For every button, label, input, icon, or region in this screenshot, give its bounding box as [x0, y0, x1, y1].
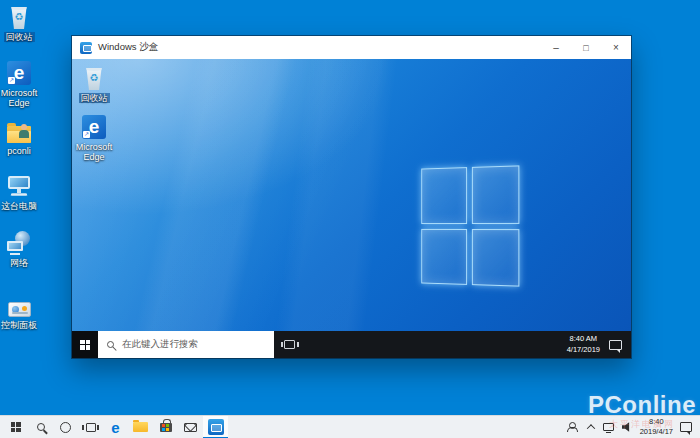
- sandbox-start-button[interactable]: [72, 331, 98, 358]
- cortana-button[interactable]: [53, 416, 78, 438]
- desktop-icon-user-folder[interactable]: pconli: [0, 117, 47, 156]
- minimize-button[interactable]: –: [541, 36, 571, 59]
- control-panel-icon: [8, 302, 31, 317]
- action-center-button[interactable]: [677, 416, 695, 438]
- action-center-icon[interactable]: [609, 340, 622, 350]
- sandbox-app-icon: [80, 42, 92, 54]
- recycle-bin-icon: [85, 68, 103, 90]
- icon-label: pconli: [0, 146, 47, 156]
- desktop-icon-edge[interactable]: ↗ Microsoft Edge: [0, 59, 47, 109]
- this-pc-icon: [7, 174, 31, 198]
- edge-icon: ↗: [82, 115, 106, 139]
- sandbox-search-box[interactable]: 在此键入进行搜索: [98, 331, 274, 358]
- desktop-icon-network[interactable]: 网络: [0, 229, 47, 268]
- windows-start-icon: [80, 340, 90, 350]
- volume-icon: [622, 422, 632, 432]
- host-clock[interactable]: 8:40 2019/4/17: [636, 417, 677, 437]
- tray-overflow-button[interactable]: [582, 416, 600, 438]
- edge-icon: e: [111, 420, 119, 435]
- icon-label: 控制面板: [0, 320, 47, 330]
- search-button[interactable]: [28, 416, 53, 438]
- icon-label: Microsoft Edge: [72, 142, 122, 163]
- chevron-up-icon: [586, 424, 594, 432]
- sandbox-icon-recycle-bin[interactable]: 回收站: [72, 63, 122, 103]
- windows-logo-wallpaper: [421, 165, 519, 286]
- close-button[interactable]: ×: [601, 36, 631, 59]
- cortana-icon: [60, 422, 71, 433]
- edge-icon: ↗: [7, 61, 31, 85]
- desktop-icon-this-pc[interactable]: 这台电脑: [0, 172, 47, 211]
- system-tray: 8:40 2019/4/17: [564, 416, 700, 438]
- file-explorer-icon: [133, 422, 148, 432]
- store-icon: [160, 423, 172, 432]
- icon-label: 回收站: [72, 93, 122, 103]
- windows-start-icon: [11, 422, 21, 432]
- task-view-icon: [86, 423, 96, 432]
- windows-sandbox-icon: [208, 419, 224, 435]
- mail-icon: [184, 423, 197, 432]
- search-icon: [37, 423, 45, 431]
- sandbox-icon-edge[interactable]: ↗ Microsoft Edge: [72, 112, 122, 163]
- shortcut-arrow-icon: ↗: [83, 131, 90, 138]
- people-tray-button[interactable]: [564, 416, 582, 438]
- sandbox-desktop: 回收站 ↗ Microsoft Edge: [72, 59, 631, 331]
- icon-label: 这台电脑: [0, 201, 47, 211]
- watermark-text: PConline: [588, 393, 696, 417]
- people-icon: [567, 422, 579, 432]
- action-center-icon: [680, 422, 692, 432]
- volume-tray-button[interactable]: [618, 416, 636, 438]
- sandbox-window: Windows 沙盒 – □ × 回收站 ↗ Microsoft Edge: [72, 36, 631, 358]
- shortcut-arrow-icon: ↗: [8, 77, 15, 84]
- task-view-icon[interactable]: [284, 340, 295, 349]
- search-placeholder: 在此键入进行搜索: [122, 338, 198, 351]
- start-button[interactable]: [3, 416, 28, 438]
- icon-label: Microsoft Edge: [0, 88, 47, 109]
- edge-taskbar-button[interactable]: e: [103, 416, 128, 438]
- sandbox-clock[interactable]: 8:40 AM 4/17/2019: [567, 334, 600, 354]
- user-folder-icon: [7, 126, 31, 143]
- task-view-button[interactable]: [78, 416, 103, 438]
- network-icon: [7, 231, 31, 255]
- sandbox-taskbar: 在此键入进行搜索 8:40 AM 4/17/2019: [72, 331, 631, 358]
- network-icon: [603, 423, 614, 431]
- mail-button[interactable]: [178, 416, 203, 438]
- search-icon: [107, 341, 114, 348]
- sandbox-taskbar-button[interactable]: [203, 416, 228, 438]
- icon-label: 回收站: [0, 32, 47, 42]
- icon-label: 网络: [0, 258, 47, 268]
- host-taskbar: e 8:40 2019/4/17: [0, 415, 700, 438]
- sandbox-titlebar[interactable]: Windows 沙盒 – □ ×: [72, 36, 631, 59]
- window-title: Windows 沙盒: [98, 41, 158, 54]
- desktop-icon-control-panel[interactable]: 控制面板: [0, 291, 47, 330]
- file-explorer-button[interactable]: [128, 416, 153, 438]
- store-button[interactable]: [153, 416, 178, 438]
- network-tray-button[interactable]: [600, 416, 618, 438]
- desktop-icon-recycle-bin[interactable]: 回收站: [0, 3, 47, 42]
- recycle-bin-icon: [10, 7, 28, 29]
- maximize-button[interactable]: □: [571, 36, 601, 59]
